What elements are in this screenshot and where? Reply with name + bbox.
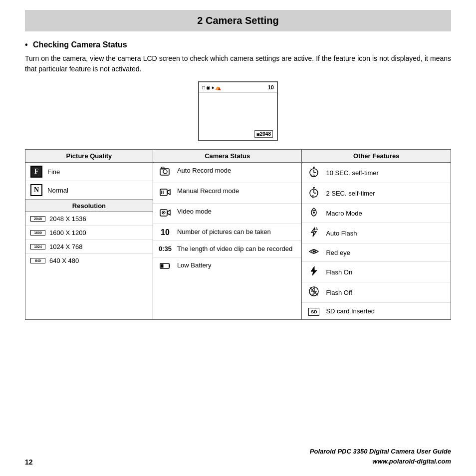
- video-length-text: The length of video clip can be recorded: [177, 244, 292, 253]
- res-640-label: 640 X 480: [49, 257, 79, 264]
- res-2048-icon: 2048: [30, 216, 45, 222]
- picture-count-text: Number of pictures can be taken: [177, 228, 271, 237]
- picture-quality-cell: F Fine N Normal Resolution 2048 2048 X 1…: [25, 163, 153, 320]
- page-container: 2 Camera Setting • Checking Camera Statu…: [0, 0, 476, 476]
- flash-on-icon: [307, 265, 321, 278]
- svg-point-8: [163, 212, 164, 213]
- of-2sec-row: 2 2 SEC. self-timer: [302, 183, 451, 204]
- sd-card-icon: SD: [307, 306, 321, 316]
- auto-record-text: Auto Record mode: [177, 166, 231, 175]
- macro-mode-text: Macro Mode: [326, 210, 362, 217]
- section-heading: • Checking Camera Status: [25, 40, 451, 49]
- header-picture-quality: Picture Quality: [25, 150, 153, 163]
- footer-brand-line2: www.polaroid-digital.com: [310, 457, 451, 467]
- svg-text:10: 10: [311, 174, 315, 177]
- 10sec-timer-icon: 10: [307, 166, 321, 179]
- video-length-icon: 0:35: [158, 245, 172, 252]
- cs-low-battery-row: Low Battery: [153, 257, 302, 275]
- res-1600-label: 1600 X 1200: [49, 229, 86, 237]
- svg-point-1: [163, 170, 167, 174]
- lcd-diagram: □◉♦⛺ 10 ▣2048: [25, 81, 451, 141]
- svg-rect-11: [161, 264, 163, 268]
- of-macro-row: Macro Mode: [302, 204, 451, 223]
- video-mode-icon: [158, 208, 172, 220]
- camera-status-cell: Auto Record mode Man: [153, 163, 302, 320]
- cs-video-length-row: 0:35 The length of video clip can be rec…: [153, 241, 302, 257]
- 2sec-timer-text: 2 SEC. self-timer: [326, 190, 375, 197]
- picture-count-icon: 10: [158, 228, 172, 237]
- svg-text:A: A: [315, 227, 318, 231]
- of-flash-off-row: Flash Off: [302, 282, 451, 303]
- res-1024-icon: 1024: [30, 244, 45, 249]
- page-title: 2 Camera Setting: [25, 10, 451, 31]
- pq-normal-row: N Normal: [25, 181, 153, 200]
- res-640-row: 640 640 X 480: [25, 254, 153, 267]
- res-2048-row: 2048 2048 X 1536: [25, 212, 153, 226]
- of-auto-flash-row: A Auto Flash: [302, 223, 451, 243]
- 2sec-timer-icon: 2: [307, 187, 321, 200]
- cs-auto-record-row: Auto Record mode: [153, 163, 302, 183]
- pq-inner: F Fine N Normal Resolution 2048 2048 X 1…: [25, 163, 153, 267]
- footer-brand-line1: Polaroid PDC 3350 Digital Camera User Gu…: [310, 447, 451, 457]
- manual-record-text: Manual Record mode: [177, 187, 239, 196]
- features-table: Picture Quality Camera Status Other Feat…: [25, 149, 451, 320]
- low-battery-text: Low Battery: [177, 261, 212, 270]
- lcd-res-label: ▣2048: [254, 130, 273, 138]
- auto-flash-icon: A: [307, 227, 321, 239]
- cs-manual-record-row: Manual Record mode: [153, 183, 302, 204]
- res-2048-label: 2048 X 1536: [49, 215, 86, 223]
- fine-label: Fine: [47, 168, 60, 176]
- of-red-eye-row: Red eye: [302, 243, 451, 262]
- pq-fine-row: F Fine: [25, 163, 153, 181]
- lcd-number: 10: [268, 84, 274, 90]
- flash-on-text: Flash On: [326, 268, 352, 276]
- video-mode-text: Video mode: [177, 207, 212, 216]
- bullet-icon: •: [25, 40, 28, 49]
- normal-icon: N: [30, 184, 42, 196]
- svg-point-27: [313, 250, 315, 252]
- 10sec-timer-text: 10 SEC. self-timer: [326, 169, 378, 177]
- of-10sec-row: 10 10 SEC. self-timer: [302, 163, 451, 183]
- auto-record-icon: [158, 167, 172, 179]
- of-flash-on-row: Flash On: [302, 262, 451, 282]
- flash-off-icon: [307, 286, 321, 299]
- page-number: 12: [25, 458, 33, 466]
- flash-off-text: Flash Off: [326, 289, 352, 296]
- cs-picture-count-row: 10 Number of pictures can be taken: [153, 224, 302, 241]
- svg-point-24: [313, 212, 315, 214]
- svg-text:2: 2: [312, 195, 314, 198]
- other-features-cell: 10 10 SEC. self-timer: [302, 163, 451, 320]
- header-other-features: Other Features: [302, 150, 451, 163]
- red-eye-icon: [307, 247, 321, 258]
- body-text: Turn on the camera, view the camera LCD …: [25, 53, 451, 74]
- footer: 12 Polaroid PDC 3350 Digital Camera User…: [25, 447, 451, 466]
- low-battery-icon: [158, 261, 172, 272]
- lcd-icons: □◉♦⛺: [202, 85, 222, 90]
- res-1600-row: 1600 1600 X 1200: [25, 226, 153, 240]
- res-1600-icon: 1600: [30, 230, 45, 236]
- normal-label: Normal: [47, 187, 68, 194]
- red-eye-text: Red eye: [326, 249, 350, 256]
- svg-rect-3: [160, 189, 167, 196]
- of-inner: 10 10 SEC. self-timer: [302, 163, 451, 319]
- lcd-top-row: □◉♦⛺ 10: [199, 82, 277, 93]
- lcd-box: □◉♦⛺ 10 ▣2048: [198, 81, 278, 141]
- manual-record-icon: [158, 187, 172, 200]
- lcd-res-icon: ▣: [256, 133, 260, 136]
- fine-icon: F: [30, 166, 42, 178]
- res-640-icon: 640: [30, 258, 45, 263]
- footer-brand: Polaroid PDC 3350 Digital Camera User Gu…: [310, 447, 451, 466]
- cs-inner: Auto Record mode Man: [153, 163, 302, 275]
- header-camera-status: Camera Status: [153, 150, 302, 163]
- sd-card-text: SD card Inserted: [326, 307, 375, 315]
- of-sd-card-row: SD SD card Inserted: [302, 303, 451, 319]
- resolution-header: Resolution: [25, 200, 153, 212]
- auto-flash-text: Auto Flash: [326, 230, 357, 237]
- svg-rect-10: [169, 264, 170, 267]
- cs-video-mode-row: Video mode: [153, 204, 302, 224]
- res-1024-label: 1024 X 768: [49, 243, 83, 250]
- macro-mode-icon: [307, 207, 321, 219]
- res-1024-row: 1024 1024 X 768: [25, 240, 153, 254]
